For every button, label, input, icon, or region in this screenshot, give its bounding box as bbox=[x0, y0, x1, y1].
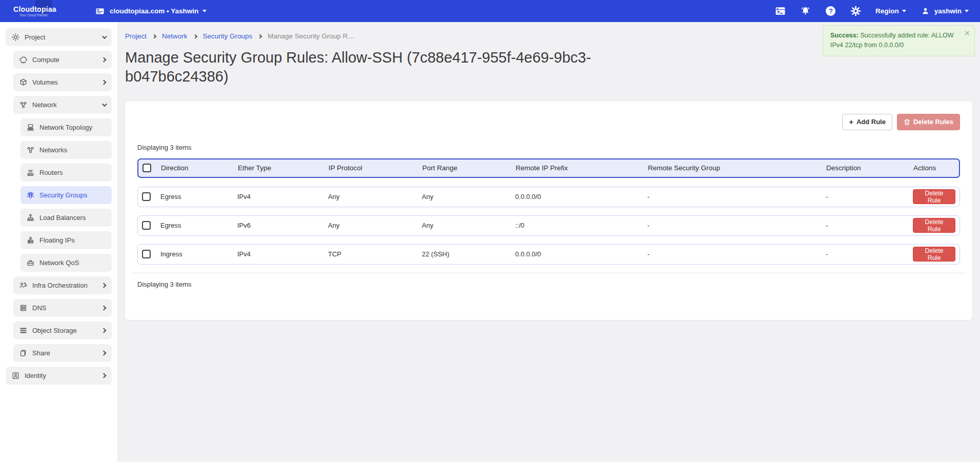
brand-tagline: Your Cloud Partner bbox=[19, 13, 80, 17]
floating-ip-icon bbox=[26, 236, 35, 245]
cell-direction: Egress bbox=[160, 222, 237, 229]
breadcrumb-current: Manage Security Group R… bbox=[268, 32, 355, 40]
cell-ip-protocol: Any bbox=[328, 193, 422, 200]
main-content: Project Network Security Groups Manage S… bbox=[118, 22, 980, 462]
breadcrumb-network[interactable]: Network bbox=[162, 32, 188, 40]
cell-ether-type: IPv6 bbox=[237, 222, 328, 229]
sidebar-item-project[interactable]: Project bbox=[6, 28, 112, 46]
orchestration-icon bbox=[18, 281, 28, 290]
settings-gear-icon[interactable] bbox=[850, 6, 862, 17]
row-checkbox[interactable] bbox=[142, 192, 151, 201]
user-dropdown[interactable]: yashwin bbox=[920, 6, 969, 17]
chevron-right-icon bbox=[101, 283, 107, 288]
sidebar-item-network-qos[interactable]: Network QoS bbox=[21, 254, 112, 272]
cell-ether-type: IPv4 bbox=[237, 193, 328, 200]
router-icon bbox=[26, 168, 35, 177]
cell-description: - bbox=[826, 193, 913, 200]
cell-description: - bbox=[826, 250, 913, 258]
table-header-row: Direction Ether Type IP Protocol Port Ra… bbox=[137, 158, 960, 178]
column-header-ether-type: Ether Type bbox=[238, 164, 329, 172]
sidebar-item-share[interactable]: Share bbox=[13, 344, 112, 362]
terminal-icon[interactable] bbox=[775, 6, 786, 17]
sidebar-item-security-groups[interactable]: Security Groups bbox=[21, 186, 112, 204]
delete-rule-button[interactable]: Delete Rule bbox=[913, 189, 955, 204]
sidebar-item-label: Volumes bbox=[32, 78, 97, 86]
brand-logo[interactable]: Cloudtopiaa Your Cloud Partner bbox=[13, 0, 80, 22]
row-checkbox[interactable] bbox=[142, 221, 151, 230]
sidebar-item-floating-ips[interactable]: Floating IPs bbox=[21, 231, 112, 249]
bell-icon[interactable] bbox=[800, 6, 811, 17]
sidebar-item-dns[interactable]: DNS bbox=[13, 299, 112, 317]
network-nodes-icon bbox=[18, 101, 28, 110]
object-storage-icon bbox=[18, 326, 28, 335]
chevron-down-icon bbox=[965, 10, 969, 12]
chevron-right-icon bbox=[101, 373, 107, 378]
add-rule-button[interactable]: +Add Rule bbox=[842, 114, 892, 130]
cell-remote-security-group: - bbox=[647, 193, 826, 200]
project-context-dropdown[interactable]: cloudtopiaa.com • Yashwin bbox=[94, 6, 207, 17]
sidebar-item-compute[interactable]: Compute bbox=[13, 51, 112, 69]
trash-icon bbox=[904, 118, 910, 126]
alert-title: Success: bbox=[830, 32, 859, 39]
chevron-right-icon bbox=[101, 57, 107, 63]
delete-rule-button[interactable]: Delete Rule bbox=[913, 247, 955, 262]
chevron-right-icon bbox=[101, 80, 107, 85]
table-row: Ingress IPv4 TCP 22 (SSH) 0.0.0.0/0 - - … bbox=[137, 244, 960, 265]
close-icon[interactable]: × bbox=[965, 29, 970, 37]
chevron-right-icon bbox=[101, 351, 107, 356]
sidebar-item-networks[interactable]: Networks bbox=[21, 141, 112, 159]
table-footer-divider bbox=[131, 273, 966, 273]
cell-remote-ip-prefix: 0.0.0.0/0 bbox=[515, 250, 647, 258]
cell-remote-ip-prefix: ::/0 bbox=[515, 222, 647, 229]
sidebar-item-identity[interactable]: Identity bbox=[6, 367, 112, 385]
top-navbar: Cloudtopiaa Your Cloud Partner cloudtopi… bbox=[0, 0, 980, 22]
sidebar-item-label: Identity bbox=[25, 372, 97, 379]
items-count-bottom: Displaying 3 items bbox=[137, 280, 960, 288]
cell-description: - bbox=[826, 222, 913, 229]
sidebar-item-volumes[interactable]: Volumes bbox=[13, 73, 112, 91]
identity-badge-icon bbox=[11, 371, 20, 380]
column-header-ip-protocol: IP Protocol bbox=[329, 164, 422, 172]
success-alert: × Success: Successfully added rule: ALLO… bbox=[823, 25, 975, 56]
cube-icon bbox=[18, 78, 28, 87]
column-header-remote-ip-prefix: Remote IP Prefix bbox=[516, 164, 648, 172]
chevron-right-icon bbox=[193, 34, 197, 38]
sidebar-item-object-storage[interactable]: Object Storage bbox=[13, 322, 112, 339]
row-checkbox[interactable] bbox=[142, 250, 151, 258]
delete-rule-button[interactable]: Delete Rule bbox=[913, 218, 955, 233]
cell-port-range: Any bbox=[422, 222, 515, 229]
column-header-port-range: Port Range bbox=[422, 164, 516, 172]
sidebar-item-label: Project bbox=[25, 33, 97, 41]
context-label: cloudtopiaa.com • Yashwin bbox=[110, 7, 198, 15]
sidebar-item-network[interactable]: Network bbox=[13, 96, 112, 114]
sidebar-item-routers[interactable]: Routers bbox=[21, 164, 112, 182]
cloud-icon bbox=[18, 55, 28, 65]
sidebar-item-infra-orchestration[interactable]: Infra Orchestration bbox=[13, 276, 112, 294]
column-header-actions: Actions bbox=[913, 164, 955, 172]
breadcrumb-project[interactable]: Project bbox=[125, 32, 147, 40]
page-title: Manage Security Group Rules: Allow-SSH (… bbox=[125, 48, 658, 86]
help-icon[interactable]: ? bbox=[825, 6, 836, 17]
load-balancer-icon bbox=[26, 213, 35, 223]
chevron-down-icon bbox=[102, 34, 107, 39]
chevron-right-icon bbox=[258, 34, 262, 38]
cell-remote-ip-prefix: 0.0.0.0/0 bbox=[515, 193, 647, 200]
table-row: Egress IPv6 Any Any ::/0 - - Delete Rule bbox=[137, 215, 960, 236]
chevron-right-icon bbox=[152, 34, 156, 38]
sidebar-item-load-balancers[interactable]: Load Balancers bbox=[21, 209, 112, 227]
sidebar-item-label: Network QoS bbox=[39, 259, 106, 267]
sidebar-item-label: Security Groups bbox=[39, 191, 106, 199]
cell-direction: Egress bbox=[160, 193, 237, 200]
sidebar-item-label: Routers bbox=[39, 169, 106, 176]
security-groups-icon bbox=[26, 191, 35, 200]
cell-ip-protocol: TCP bbox=[328, 250, 422, 258]
delete-rules-button[interactable]: Delete Rules bbox=[897, 114, 960, 130]
breadcrumb-security-groups[interactable]: Security Groups bbox=[203, 32, 253, 40]
qos-briefcase-icon bbox=[26, 258, 35, 268]
sidebar-item-network-topology[interactable]: Network Topology bbox=[21, 118, 112, 136]
sidebar-item-label: Object Storage bbox=[32, 327, 97, 334]
cell-port-range: 22 (SSH) bbox=[422, 250, 515, 258]
region-dropdown[interactable]: Region bbox=[875, 7, 906, 15]
chevron-right-icon bbox=[101, 306, 107, 311]
select-all-checkbox[interactable] bbox=[142, 164, 151, 172]
